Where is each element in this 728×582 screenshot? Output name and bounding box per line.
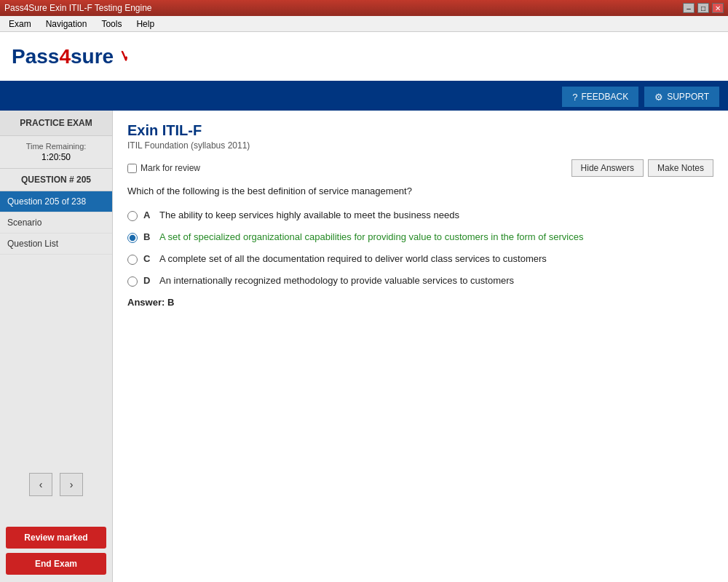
content-area: Exin ITIL-F ITIL Foundation (syllabus 20… [113,111,728,582]
question-text: Which of the following is the best defin… [127,186,713,196]
sidebar: PRACTICE EXAM Time Remaining: 1:20:50 QU… [0,111,113,582]
logo: Pass 4 sure ✓ [12,45,131,68]
menu-tools[interactable]: Tools [98,17,124,31]
menu-exam[interactable]: Exam [6,17,34,31]
radio-c[interactable] [127,255,138,265]
minimize-button[interactable]: – [683,3,695,13]
answer-display: Answer: B [127,297,713,308]
letter-c: C [143,253,154,264]
sidebar-bottom: Review marked End Exam [0,519,112,582]
end-exam-button[interactable]: End Exam [6,553,106,575]
logo-checkmark-icon: ✓ [119,47,128,67]
answer-text-a: The ability to keep services highly avai… [159,210,459,220]
letter-b: B [143,231,154,242]
prev-button[interactable]: ‹ [29,473,52,496]
letter-d: D [143,275,154,286]
review-marked-button[interactable]: Review marked [6,527,106,549]
titlebar: Pass4Sure Exin ITIL-F Testing Engine – □… [0,0,728,16]
titlebar-controls: – □ ✕ [683,3,724,13]
answer-option-d: D An internationally recognized methodol… [127,275,713,287]
timer-value: 1:20:50 [3,152,109,162]
nav-arrows: ‹ › [0,461,112,508]
answer-option-a: A The ability to keep services highly av… [127,210,713,221]
letter-a: A [143,210,154,220]
question-num-section: QUESTION # 205 [0,169,112,191]
gear-icon: ⚙ [654,92,663,103]
next-button[interactable]: › [60,473,83,496]
sidebar-item-question-list[interactable]: Question List [0,234,112,255]
logo-4-text: 4 [59,45,71,68]
answer-text-b: A set of specialized organizational capa… [159,231,583,242]
actionbar: ? FEEDBACK ⚙ SUPPORT [0,83,728,111]
answer-text-c: A complete set of all the documentation … [159,253,547,264]
sidebar-item-scenario[interactable]: Scenario [0,212,112,234]
btn-group: Hide Answers Make Notes [571,159,713,177]
answer-option-b: B A set of specialized organizational ca… [127,231,713,243]
timer-section: Time Remaining: 1:20:50 [0,136,112,169]
exam-title: Exin ITIL-F [127,122,713,139]
exam-subtitle: ITIL Foundation (syllabus 2011) [127,140,713,151]
logobar: Pass 4 sure ✓ [0,32,728,83]
titlebar-title: Pass4Sure Exin ITIL-F Testing Engine [4,3,152,13]
radio-d[interactable] [127,276,138,287]
make-notes-button[interactable]: Make Notes [648,159,713,177]
timer-label: Time Remaining: [3,142,109,151]
hide-answers-button[interactable]: Hide Answers [571,159,644,177]
answer-option-c: C A complete set of all the documentatio… [127,253,713,265]
menu-navigation[interactable]: Navigation [43,17,90,31]
mark-review-checkbox[interactable] [127,164,137,173]
practice-exam-label: PRACTICE EXAM [0,111,112,136]
radio-b[interactable] [127,233,138,243]
answer-text-d: An internationally recognized methodolog… [159,275,514,286]
main-layout: PRACTICE EXAM Time Remaining: 1:20:50 QU… [0,111,728,582]
logo-pass-text: Pass [12,45,59,68]
mark-review-label[interactable]: Mark for review [127,163,200,173]
logo-sure-text: sure [71,45,114,68]
radio-a[interactable] [127,211,138,221]
support-button[interactable]: ⚙ SUPPORT [644,87,719,107]
mark-review-row: Mark for review Hide Answers Make Notes [127,159,713,177]
question-icon: ? [572,92,577,103]
support-label: SUPPORT [667,92,709,102]
sidebar-item-question[interactable]: Question 205 of 238 [0,191,112,212]
close-button[interactable]: ✕ [712,3,724,13]
menubar: Exam Navigation Tools Help [0,16,728,32]
maximize-button[interactable]: □ [697,3,709,13]
feedback-button[interactable]: ? FEEDBACK [562,87,638,107]
feedback-label: FEEDBACK [582,92,629,102]
menu-help[interactable]: Help [133,17,157,31]
